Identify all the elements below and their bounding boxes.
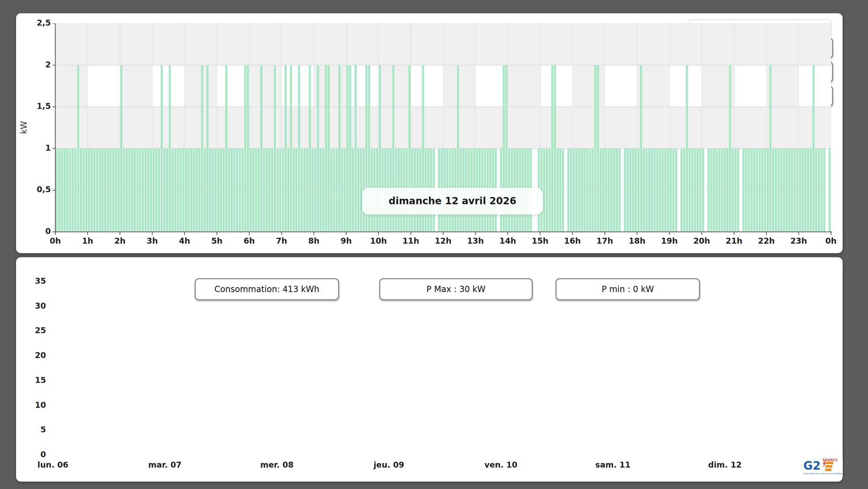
daily-ytick-0: 0 [29, 227, 51, 236]
daily-xtick-17: 17h [589, 236, 620, 245]
daily-xtick-3: 3h [137, 236, 168, 245]
weekly-xtick-1: mar. 07 [137, 460, 193, 469]
daily-xtick-19: 19h [654, 236, 685, 245]
weekly-consumption-badge: Consommation: 413 kWh [195, 278, 339, 300]
date-label: dimanche 12 avril 2026 [362, 188, 543, 215]
daily-xtick-20: 20h [686, 236, 717, 245]
weekly-ytick-5: 5 [29, 425, 46, 434]
daily-xtick-22: 22h [751, 236, 782, 245]
daily-xtick-24: 0h [815, 236, 847, 245]
daily-xtick-13: 13h [460, 236, 491, 245]
page: { "page": {"background": "#5d5d5d"}, "ba… [0, 0, 868, 489]
daily-ytick-2: 2 [29, 60, 51, 69]
daily-xtick-21: 21h [719, 236, 750, 245]
weekly-xtick-4: ven. 10 [473, 460, 529, 469]
daily-xtick-2: 2h [104, 236, 136, 245]
weekly-xtick-5: sam. 11 [585, 460, 641, 469]
daily-xtick-8: 8h [298, 236, 329, 245]
daily-ytick-1,5: 1,5 [29, 102, 51, 111]
weekly-ytick-35: 35 [29, 276, 46, 285]
weekly-ytick-30: 30 [29, 301, 46, 310]
daily-y-axis-title: kW [19, 121, 29, 134]
daily-ytick-1: 1 [29, 143, 51, 152]
weekly-ytick-0: 0 [29, 450, 46, 459]
weekly-pmin-badge: P min : 0 kW [556, 278, 700, 300]
daily-xtick-0: 0h [40, 236, 71, 245]
daily-xtick-1: 1h [72, 236, 103, 245]
weekly-xtick-0: lun. 06 [25, 460, 81, 469]
g2e-logo: G2 FRANCE Optimisation des ressources én… [801, 458, 843, 477]
daily-xtick-18: 18h [622, 236, 653, 245]
daily-xtick-4: 4h [169, 236, 200, 245]
weekly-xtick-3: jeu. 09 [361, 460, 417, 469]
g2e-logo-e-icon [823, 460, 834, 473]
daily-xtick-16: 16h [557, 236, 588, 245]
weekly-ytick-15: 15 [29, 376, 46, 385]
g2e-logo-g2: G2 [803, 459, 821, 472]
daily-xtick-10: 10h [363, 236, 394, 245]
daily-xtick-11: 11h [395, 236, 427, 245]
g2e-logo-tagline: Optimisation des ressources énergétiques [803, 472, 843, 474]
weekly-xtick-2: mer. 08 [249, 460, 305, 469]
daily-xtick-6: 6h [234, 236, 265, 245]
daily-xtick-7: 7h [266, 236, 297, 245]
daily-xtick-23: 23h [783, 236, 814, 245]
daily-xtick-14: 14h [492, 236, 523, 245]
weekly-pmax-badge: P Max : 30 kW [379, 278, 533, 300]
daily-ytick-2,5: 2,5 [29, 18, 51, 27]
weekly-ytick-10: 10 [29, 401, 46, 410]
daily-xtick-15: 15h [525, 236, 556, 245]
weekly-xtick-6: dim. 12 [697, 460, 753, 469]
daily-ytick-0,5: 0,5 [29, 185, 51, 194]
daily-xtick-9: 9h [331, 236, 362, 245]
daily-xtick-12: 12h [428, 236, 459, 245]
weekly-ytick-20: 20 [29, 351, 46, 360]
daily-xtick-5: 5h [202, 236, 233, 245]
weekly-ytick-25: 25 [29, 326, 46, 335]
